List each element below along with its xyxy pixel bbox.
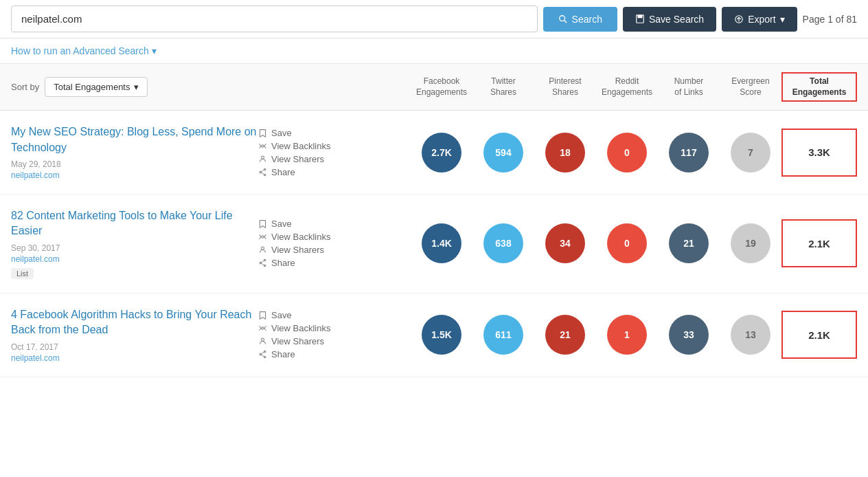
sort-by-label: Sort by	[11, 82, 39, 92]
save-link[interactable]: Save	[258, 128, 347, 138]
evergreen-metric: 7	[720, 133, 781, 173]
articles-list: My New SEO Strategy: Blog Less, Spend Mo…	[0, 111, 868, 377]
sharers-link[interactable]: View Sharers	[258, 154, 347, 164]
sharers-icon	[258, 155, 267, 164]
sort-chevron-icon: ▾	[134, 82, 139, 92]
col-header-facebook: FacebookEngagements	[411, 76, 472, 98]
save-link[interactable]: Save	[258, 310, 347, 320]
table-row: 82 Content Marketing Tools to Make Your …	[0, 195, 868, 293]
export-button[interactable]: Export ▾	[722, 7, 797, 32]
links-metric: 21	[658, 223, 720, 263]
search-button-label: Search	[572, 14, 602, 25]
svg-line-17	[260, 263, 265, 266]
backlinks-link[interactable]: View Backlinks	[258, 141, 347, 151]
search-icon	[558, 14, 568, 24]
svg-line-1	[564, 20, 567, 23]
facebook-metric: 1.5K	[411, 315, 472, 355]
reddit-metric: 0	[596, 133, 658, 173]
svg-rect-3	[637, 14, 642, 17]
reddit-metric: 1	[596, 315, 658, 355]
table-header: Sort by Total Engagements ▾ FacebookEnga…	[0, 64, 868, 111]
pinterest-bubble: 21	[545, 315, 585, 355]
save-search-label: Save Search	[649, 14, 704, 25]
facebook-metric: 2.7K	[411, 133, 472, 173]
sharers-icon	[258, 337, 267, 346]
share-link[interactable]: Share	[258, 349, 347, 359]
evergreen-bubble: 7	[731, 133, 770, 173]
top-bar: Search Save Search Export ▾ Page 1 of 81	[0, 0, 868, 38]
col-header-pinterest: PinterestShares	[534, 76, 596, 98]
pinterest-metric: 34	[534, 223, 596, 263]
svg-line-16	[260, 260, 265, 263]
article-info: My New SEO Strategy: Blog Less, Spend Mo…	[11, 124, 258, 180]
twitter-bubble: 611	[483, 315, 523, 355]
page-info: Page 1 of 81	[803, 14, 857, 25]
article-title[interactable]: My New SEO Strategy: Blog Less, Spend Mo…	[11, 124, 258, 155]
svg-point-0	[559, 15, 564, 21]
article-info: 4 Facebook Algorithm Hacks to Bring Your…	[11, 307, 258, 363]
article-actions: Save View Backlinks View Sharers Share	[258, 310, 347, 359]
article-info: 82 Content Marketing Tools to Make Your …	[11, 208, 258, 279]
article-date: Oct 17, 2017	[11, 342, 258, 352]
table-row: 4 Facebook Algorithm Hacks to Bring Your…	[0, 293, 868, 377]
links-bubble: 21	[669, 223, 709, 263]
article-domain[interactable]: neilpatel.com	[11, 170, 258, 180]
share-icon	[258, 168, 267, 177]
twitter-bubble: 594	[483, 133, 523, 173]
evergreen-metric: 19	[720, 223, 781, 263]
column-headers: FacebookEngagements TwitterShares Pinter…	[411, 72, 857, 102]
twitter-metric: 611	[472, 315, 534, 355]
article-actions: Save View Backlinks View Sharers Share	[258, 219, 347, 268]
advanced-search-link[interactable]: How to run an Advanced Search ▾	[11, 45, 857, 56]
backlinks-link[interactable]: View Backlinks	[258, 232, 347, 242]
article-date: Sep 30, 2017	[11, 243, 258, 253]
pinterest-metric: 18	[534, 133, 596, 173]
col-header-twitter: TwitterShares	[472, 76, 534, 98]
facebook-metric: 1.4K	[411, 223, 472, 263]
save-link[interactable]: Save	[258, 219, 347, 229]
share-link[interactable]: Share	[258, 167, 347, 177]
sharers-link[interactable]: View Sharers	[258, 245, 347, 255]
share-link[interactable]: Share	[258, 258, 347, 268]
search-button[interactable]: Search	[543, 7, 617, 32]
links-metric: 33	[658, 315, 720, 355]
article-metrics: 1.5K 611 21 1 33 13 2.1K	[411, 311, 857, 359]
article-metrics: 2.7K 594 18 0 117 7 3.3K	[411, 129, 857, 177]
evergreen-metric: 13	[720, 315, 781, 355]
facebook-bubble: 1.4K	[422, 223, 461, 263]
export-chevron-icon: ▾	[780, 14, 785, 25]
col-header-reddit: RedditEngagements	[596, 76, 658, 98]
col-header-links: Numberof Links	[658, 76, 720, 98]
share-icon	[258, 350, 267, 359]
table-row: My New SEO Strategy: Blog Less, Spend Mo…	[0, 111, 868, 195]
links-metric: 117	[658, 133, 720, 173]
sort-dropdown[interactable]: Total Engagements ▾	[45, 77, 148, 97]
save-search-button[interactable]: Save Search	[623, 7, 716, 32]
advanced-search-label: How to run an Advanced Search	[11, 45, 149, 56]
links-bubble: 33	[669, 315, 709, 355]
article-domain[interactable]: neilpatel.com	[11, 254, 258, 264]
total-engagements-cell: 2.1K	[781, 311, 857, 359]
article-title[interactable]: 4 Facebook Algorithm Hacks to Bring Your…	[11, 307, 258, 338]
svg-point-18	[261, 338, 264, 341]
search-input[interactable]	[11, 5, 538, 32]
svg-line-10	[260, 169, 265, 172]
export-icon	[734, 14, 744, 24]
backlinks-icon	[258, 142, 267, 151]
backlinks-link[interactable]: View Backlinks	[258, 323, 347, 333]
facebook-bubble: 2.7K	[422, 133, 461, 173]
article-title[interactable]: 82 Content Marketing Tools to Make Your …	[11, 208, 258, 239]
reddit-bubble: 0	[607, 133, 647, 173]
article-domain[interactable]: neilpatel.com	[11, 353, 258, 363]
pinterest-bubble: 18	[545, 133, 585, 173]
sharers-link[interactable]: View Sharers	[258, 336, 347, 346]
pinterest-bubble: 34	[545, 223, 585, 263]
svg-line-22	[260, 352, 265, 355]
evergreen-bubble: 13	[731, 315, 770, 355]
reddit-metric: 0	[596, 223, 658, 263]
total-engagements-cell: 3.3K	[781, 129, 857, 177]
reddit-bubble: 0	[607, 223, 647, 263]
bookmark-icon	[258, 219, 267, 228]
twitter-bubble: 638	[483, 223, 523, 263]
total-engagements-cell: 2.1K	[781, 219, 857, 267]
